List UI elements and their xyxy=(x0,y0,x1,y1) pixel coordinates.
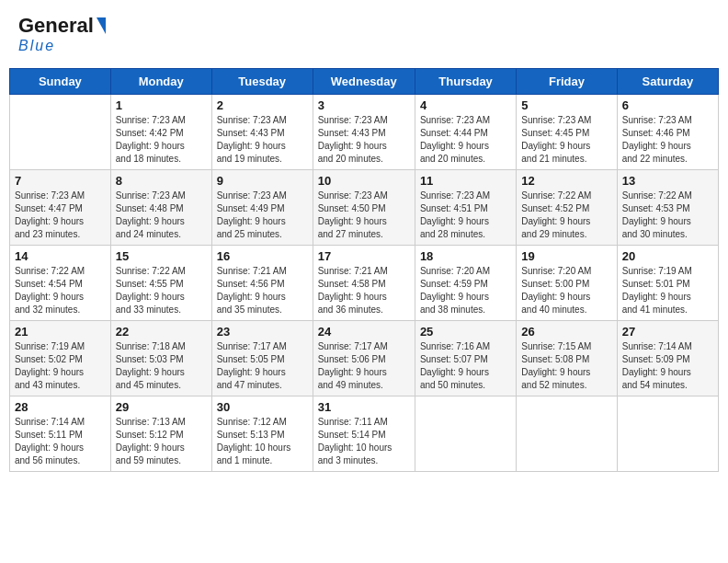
day-number: 7 xyxy=(15,174,106,188)
day-number: 11 xyxy=(420,174,511,188)
calendar-cell: 29Sunrise: 7:13 AM Sunset: 5:12 PM Dayli… xyxy=(110,396,211,472)
day-number: 4 xyxy=(420,98,511,112)
calendar-cell: 8Sunrise: 7:23 AM Sunset: 4:48 PM Daylig… xyxy=(110,170,211,246)
calendar-cell: 19Sunrise: 7:20 AM Sunset: 5:00 PM Dayli… xyxy=(517,246,617,321)
day-number: 20 xyxy=(622,249,713,263)
day-number: 21 xyxy=(15,325,106,339)
day-info: Sunrise: 7:23 AM Sunset: 4:43 PM Dayligh… xyxy=(318,114,410,166)
day-number: 6 xyxy=(622,98,713,112)
day-number: 17 xyxy=(318,249,410,263)
day-info: Sunrise: 7:22 AM Sunset: 4:52 PM Dayligh… xyxy=(521,190,611,241)
day-info: Sunrise: 7:23 AM Sunset: 4:49 PM Dayligh… xyxy=(217,190,308,241)
logo-arrow-icon xyxy=(97,17,106,34)
calendar-cell: 16Sunrise: 7:21 AM Sunset: 4:56 PM Dayli… xyxy=(211,246,313,321)
day-info: Sunrise: 7:23 AM Sunset: 4:47 PM Dayligh… xyxy=(15,190,106,241)
week-row-2: 7Sunrise: 7:23 AM Sunset: 4:47 PM Daylig… xyxy=(10,170,719,246)
day-number: 31 xyxy=(318,400,410,414)
calendar-cell: 5Sunrise: 7:23 AM Sunset: 4:45 PM Daylig… xyxy=(517,95,617,170)
day-info: Sunrise: 7:23 AM Sunset: 4:46 PM Dayligh… xyxy=(622,114,713,166)
weekday-header-tuesday: Tuesday xyxy=(211,69,313,95)
calendar-cell xyxy=(517,396,617,472)
day-info: Sunrise: 7:20 AM Sunset: 4:59 PM Dayligh… xyxy=(420,265,511,316)
day-number: 28 xyxy=(15,400,106,414)
day-number: 16 xyxy=(217,249,308,263)
calendar-cell: 31Sunrise: 7:11 AM Sunset: 5:14 PM Dayli… xyxy=(313,396,415,472)
calendar-table: SundayMondayTuesdayWednesdayThursdayFrid… xyxy=(9,68,719,472)
day-info: Sunrise: 7:22 AM Sunset: 4:53 PM Dayligh… xyxy=(622,190,713,241)
day-number: 1 xyxy=(116,98,207,112)
calendar-cell xyxy=(415,396,516,472)
weekday-header-monday: Monday xyxy=(110,69,211,95)
day-info: Sunrise: 7:23 AM Sunset: 4:50 PM Dayligh… xyxy=(318,190,410,241)
day-number: 2 xyxy=(217,98,308,112)
calendar-cell: 20Sunrise: 7:19 AM Sunset: 5:01 PM Dayli… xyxy=(617,246,718,321)
day-info: Sunrise: 7:14 AM Sunset: 5:11 PM Dayligh… xyxy=(15,416,106,467)
day-info: Sunrise: 7:12 AM Sunset: 5:13 PM Dayligh… xyxy=(217,416,308,467)
calendar-cell: 27Sunrise: 7:14 AM Sunset: 5:09 PM Dayli… xyxy=(617,321,718,396)
calendar-cell: 17Sunrise: 7:21 AM Sunset: 4:58 PM Dayli… xyxy=(313,246,415,321)
calendar-cell: 3Sunrise: 7:23 AM Sunset: 4:43 PM Daylig… xyxy=(313,95,415,170)
calendar-cell: 14Sunrise: 7:22 AM Sunset: 4:54 PM Dayli… xyxy=(10,246,111,321)
logo-blue-text: Blue xyxy=(18,38,55,53)
day-number: 8 xyxy=(116,174,207,188)
calendar-cell: 18Sunrise: 7:20 AM Sunset: 4:59 PM Dayli… xyxy=(415,246,516,321)
day-number: 22 xyxy=(116,325,207,339)
day-number: 26 xyxy=(521,325,611,339)
weekday-header-row: SundayMondayTuesdayWednesdayThursdayFrid… xyxy=(10,69,719,95)
day-number: 18 xyxy=(420,249,511,263)
day-info: Sunrise: 7:17 AM Sunset: 5:06 PM Dayligh… xyxy=(318,340,410,392)
day-info: Sunrise: 7:15 AM Sunset: 5:08 PM Dayligh… xyxy=(521,340,611,392)
calendar-cell: 2Sunrise: 7:23 AM Sunset: 4:43 PM Daylig… xyxy=(211,95,313,170)
weekday-header-saturday: Saturday xyxy=(617,69,718,95)
calendar-cell: 30Sunrise: 7:12 AM Sunset: 5:13 PM Dayli… xyxy=(211,396,313,472)
calendar-cell: 15Sunrise: 7:22 AM Sunset: 4:55 PM Dayli… xyxy=(110,246,211,321)
day-number: 27 xyxy=(622,325,713,339)
day-info: Sunrise: 7:21 AM Sunset: 4:58 PM Dayligh… xyxy=(318,265,410,316)
day-info: Sunrise: 7:16 AM Sunset: 5:07 PM Dayligh… xyxy=(420,340,511,392)
day-info: Sunrise: 7:22 AM Sunset: 4:55 PM Dayligh… xyxy=(116,265,207,316)
calendar-cell: 11Sunrise: 7:23 AM Sunset: 4:51 PM Dayli… xyxy=(415,170,516,246)
day-info: Sunrise: 7:17 AM Sunset: 5:05 PM Dayligh… xyxy=(217,340,308,392)
day-info: Sunrise: 7:23 AM Sunset: 4:51 PM Dayligh… xyxy=(420,190,511,241)
day-info: Sunrise: 7:23 AM Sunset: 4:45 PM Dayligh… xyxy=(521,114,611,166)
day-info: Sunrise: 7:23 AM Sunset: 4:44 PM Dayligh… xyxy=(420,114,511,166)
calendar-cell: 6Sunrise: 7:23 AM Sunset: 4:46 PM Daylig… xyxy=(617,95,718,170)
day-number: 13 xyxy=(622,174,713,188)
page-header: General Blue xyxy=(9,9,719,59)
weekday-header-friday: Friday xyxy=(517,69,617,95)
logo: General Blue xyxy=(18,14,106,54)
day-number: 10 xyxy=(318,174,410,188)
calendar-cell: 28Sunrise: 7:14 AM Sunset: 5:11 PM Dayli… xyxy=(10,396,111,472)
calendar-cell: 13Sunrise: 7:22 AM Sunset: 4:53 PM Dayli… xyxy=(617,170,718,246)
calendar-cell: 25Sunrise: 7:16 AM Sunset: 5:07 PM Dayli… xyxy=(415,321,516,396)
calendar-cell: 24Sunrise: 7:17 AM Sunset: 5:06 PM Dayli… xyxy=(313,321,415,396)
day-info: Sunrise: 7:14 AM Sunset: 5:09 PM Dayligh… xyxy=(622,340,713,392)
calendar-cell: 9Sunrise: 7:23 AM Sunset: 4:49 PM Daylig… xyxy=(211,170,313,246)
day-info: Sunrise: 7:22 AM Sunset: 4:54 PM Dayligh… xyxy=(15,265,106,316)
day-info: Sunrise: 7:21 AM Sunset: 4:56 PM Dayligh… xyxy=(217,265,308,316)
day-number: 14 xyxy=(15,249,106,263)
weekday-header-thursday: Thursday xyxy=(415,69,516,95)
logo-text: General xyxy=(18,14,94,38)
day-number: 15 xyxy=(116,249,207,263)
calendar-cell: 12Sunrise: 7:22 AM Sunset: 4:52 PM Dayli… xyxy=(517,170,617,246)
calendar-cell: 4Sunrise: 7:23 AM Sunset: 4:44 PM Daylig… xyxy=(415,95,516,170)
day-number: 12 xyxy=(521,174,611,188)
weekday-header-wednesday: Wednesday xyxy=(313,69,415,95)
day-info: Sunrise: 7:20 AM Sunset: 5:00 PM Dayligh… xyxy=(521,265,611,316)
day-info: Sunrise: 7:11 AM Sunset: 5:14 PM Dayligh… xyxy=(318,416,410,467)
day-number: 30 xyxy=(217,400,308,414)
calendar-cell: 21Sunrise: 7:19 AM Sunset: 5:02 PM Dayli… xyxy=(10,321,111,396)
week-row-5: 28Sunrise: 7:14 AM Sunset: 5:11 PM Dayli… xyxy=(10,396,719,472)
calendar-cell: 10Sunrise: 7:23 AM Sunset: 4:50 PM Dayli… xyxy=(313,170,415,246)
day-info: Sunrise: 7:23 AM Sunset: 4:48 PM Dayligh… xyxy=(116,190,207,241)
calendar-cell xyxy=(617,396,718,472)
calendar-cell xyxy=(10,95,111,170)
day-info: Sunrise: 7:13 AM Sunset: 5:12 PM Dayligh… xyxy=(116,416,207,467)
day-info: Sunrise: 7:18 AM Sunset: 5:03 PM Dayligh… xyxy=(116,340,207,392)
day-number: 23 xyxy=(217,325,308,339)
calendar-cell: 22Sunrise: 7:18 AM Sunset: 5:03 PM Dayli… xyxy=(110,321,211,396)
calendar-cell: 7Sunrise: 7:23 AM Sunset: 4:47 PM Daylig… xyxy=(10,170,111,246)
day-info: Sunrise: 7:19 AM Sunset: 5:01 PM Dayligh… xyxy=(622,265,713,316)
week-row-4: 21Sunrise: 7:19 AM Sunset: 5:02 PM Dayli… xyxy=(10,321,719,396)
